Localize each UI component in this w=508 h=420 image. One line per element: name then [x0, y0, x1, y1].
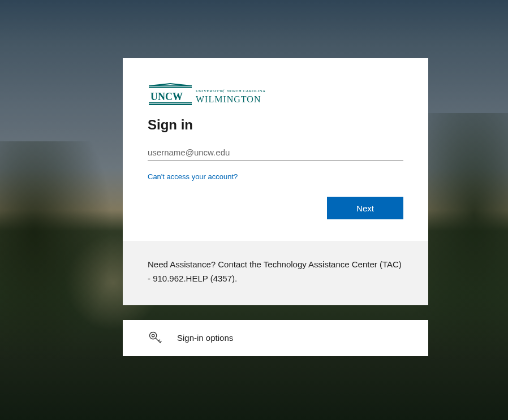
- login-card: UNCW UNIVERSITY of NORTH CAROLINA WILMIN…: [123, 58, 428, 241]
- login-container: UNCW UNIVERSITY of NORTH CAROLINA WILMIN…: [123, 58, 428, 356]
- svg-point-10: [150, 332, 157, 339]
- username-input[interactable]: [148, 144, 403, 161]
- svg-line-14: [160, 341, 162, 343]
- svg-text:NORTH CAROLINA: NORTH CAROLINA: [227, 89, 266, 93]
- assistance-panel: Need Assistance? Contact the Technology …: [123, 241, 428, 305]
- signin-options-button[interactable]: Sign-in options: [123, 320, 428, 356]
- assistance-text: Need Assistance? Contact the Technology …: [148, 258, 403, 286]
- cant-access-link[interactable]: Can't access your account?: [148, 172, 238, 181]
- svg-rect-4: [149, 104, 192, 105]
- svg-point-11: [152, 334, 154, 336]
- svg-text:of: of: [221, 89, 225, 93]
- button-row: Next: [148, 197, 403, 219]
- next-button[interactable]: Next: [327, 197, 403, 219]
- uncw-logo-svg: UNCW UNIVERSITY of NORTH CAROLINA WILMIN…: [148, 83, 271, 107]
- svg-rect-3: [149, 102, 192, 103]
- uncw-logo: UNCW UNIVERSITY of NORTH CAROLINA WILMIN…: [148, 83, 403, 107]
- sign-in-title: Sign in: [148, 117, 403, 133]
- key-icon: [148, 330, 163, 346]
- svg-text:UNIVERSITY: UNIVERSITY: [196, 89, 222, 93]
- signin-options-label: Sign-in options: [177, 333, 233, 343]
- svg-rect-2: [149, 87, 192, 88]
- svg-text:WILMINGTON: WILMINGTON: [196, 94, 261, 104]
- svg-line-13: [158, 339, 160, 341]
- svg-text:UNCW: UNCW: [150, 91, 183, 102]
